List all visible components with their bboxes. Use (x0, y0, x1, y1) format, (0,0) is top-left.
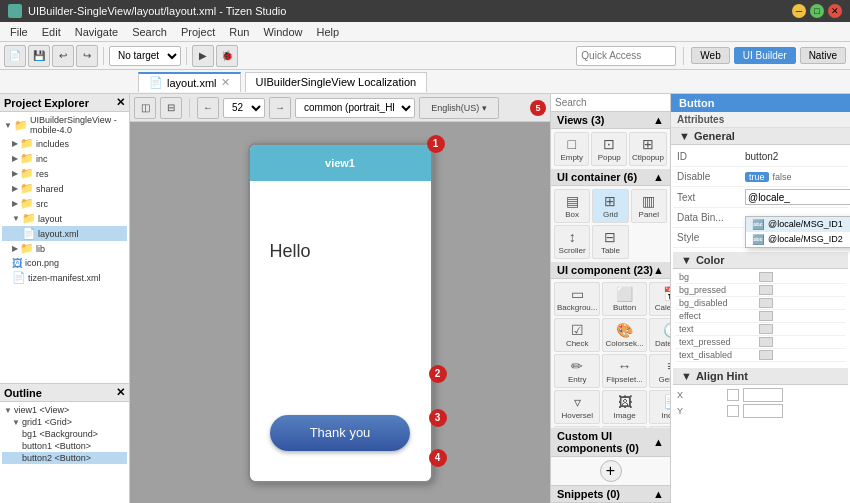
comp-popup[interactable]: ⊡ Popup (591, 132, 626, 166)
align-y-check[interactable] (727, 405, 739, 417)
comp-scroller[interactable]: ↕ Scroller (554, 225, 590, 259)
ui-builder-tab[interactable]: UI Builder (734, 47, 796, 64)
canvas-viewport[interactable]: view1 Hello Thank you 1 2 3 4 (130, 122, 550, 503)
comp-panel[interactable]: ▥ Panel (631, 189, 667, 223)
comp-flipsel[interactable]: ↔ Flipselet... (602, 354, 646, 388)
web-tab[interactable]: Web (691, 47, 729, 64)
close-button[interactable]: ✕ (828, 4, 842, 18)
outline-button2[interactable]: button2 <Button> (2, 452, 127, 464)
comp-genlist[interactable]: ≡ Genlist (649, 354, 670, 388)
comp-image[interactable]: 🖼 Image (602, 390, 646, 424)
tree-item-inc[interactable]: ▶ 📁 inc (2, 151, 127, 166)
native-tab[interactable]: Native (800, 47, 846, 64)
ui-components-section-header[interactable]: UI component (23) ▲ (551, 262, 670, 279)
snippets-section-header[interactable]: Snippets (0) ▲ (551, 486, 670, 503)
align-x-input[interactable] (743, 388, 783, 402)
general-section-header[interactable]: ▼ General (671, 128, 850, 145)
thank-you-button[interactable]: Thank you (270, 415, 410, 451)
target-dropdown[interactable]: No target (109, 46, 181, 66)
comp-ctlpopup[interactable]: ⊞ Ctlpopup (629, 132, 667, 166)
redo-button[interactable]: ↪ (76, 45, 98, 67)
comp-hoversel[interactable]: ▿ Hoversel (554, 390, 600, 424)
minimize-button[interactable]: ─ (792, 4, 806, 18)
quick-access-field[interactable] (576, 46, 676, 66)
new-button[interactable]: 📄 (4, 45, 26, 67)
databin-option-2[interactable]: 🔤 @locale/MSG_ID2 (746, 232, 850, 247)
debug-button[interactable]: 🐞 (216, 45, 238, 67)
undo-button[interactable]: ↩ (52, 45, 74, 67)
tree-item-res[interactable]: ▶ 📁 res (2, 166, 127, 181)
canvas-orientation[interactable]: common (portrait_HD) (295, 98, 415, 118)
comp-background[interactable]: ▭ Backgrou... (554, 282, 600, 316)
databin-option-1[interactable]: 🔤 @locale/MSG_ID1 (746, 217, 850, 232)
layout-xml-tab[interactable]: 📄 layout.xml ✕ (138, 72, 241, 92)
explorer-close[interactable]: ✕ (116, 96, 125, 109)
comp-check[interactable]: ☑ Check (554, 318, 600, 352)
menu-run[interactable]: Run (223, 24, 255, 40)
comp-calendar[interactable]: 📅 Calendar (649, 282, 670, 316)
bg-color-swatch[interactable] (759, 272, 773, 282)
tree-item-manifest[interactable]: 📄 tizen-manifest.xml (2, 270, 127, 285)
outline-close[interactable]: ✕ (116, 386, 125, 399)
color-section-header[interactable]: ▼ Color (673, 252, 848, 269)
disable-true-badge[interactable]: true (745, 172, 769, 182)
align-section-header[interactable]: ▼ Align Hint (673, 368, 848, 385)
menu-project[interactable]: Project (175, 24, 221, 40)
text-swatch[interactable] (759, 324, 773, 334)
databin-dropdown[interactable]: 🔤 @locale/MSG_ID1 🔤 @locale/MSG_ID2 (745, 216, 850, 248)
outline-view1[interactable]: ▼ view1 <View> (2, 404, 127, 416)
bg-disabled-swatch[interactable] (759, 298, 773, 308)
comp-button[interactable]: ⬜ Button (602, 282, 646, 316)
text-disabled-swatch[interactable] (759, 350, 773, 360)
menu-edit[interactable]: Edit (36, 24, 67, 40)
layout-tab-close[interactable]: ✕ (221, 76, 230, 89)
component-search-bar[interactable]: 🔍 (551, 94, 670, 112)
menu-window[interactable]: Window (257, 24, 308, 40)
run-button[interactable]: ▶ (192, 45, 214, 67)
tree-item-lib[interactable]: ▶ 📁 lib (2, 241, 127, 256)
canvas-lang-btn[interactable]: English(US) ▾ (419, 97, 499, 119)
effect-swatch[interactable] (759, 311, 773, 321)
tree-item-layout[interactable]: ▼ 📁 layout (2, 211, 127, 226)
comp-grid[interactable]: ⊞ Grid (592, 189, 628, 223)
maximize-button[interactable]: □ (810, 4, 824, 18)
tree-item-includes[interactable]: ▶ 📁 includes (2, 136, 127, 151)
localization-tab[interactable]: UIBuilderSingleView Localization (245, 72, 428, 92)
comp-entry[interactable]: ✏ Entry (554, 354, 600, 388)
canvas-btn2[interactable]: ⊟ (160, 97, 182, 119)
align-y-input[interactable] (743, 404, 783, 418)
outline-grid1[interactable]: ▼ grid1 <Grid> (2, 416, 127, 428)
comp-colorsel[interactable]: 🎨 Colorsek... (602, 318, 646, 352)
add-custom-component-button[interactable]: + (600, 460, 622, 482)
comp-box[interactable]: ▤ Box (554, 189, 590, 223)
canvas-zoom[interactable]: 52 (223, 98, 265, 118)
phone-body[interactable]: Hello Thank you (250, 181, 431, 481)
tree-item-src[interactable]: ▶ 📁 src (2, 196, 127, 211)
outline-bg1[interactable]: bg1 <Background> (2, 428, 127, 440)
project-tree[interactable]: ▼ 📁 UIBuilderSingleView - mobile-4.0 ▶ 📁… (0, 112, 129, 383)
comp-index[interactable]: 📑 Index (649, 390, 670, 424)
custom-components-section-header[interactable]: Custom UI components (0) ▲ (551, 428, 670, 457)
text-input[interactable] (745, 189, 850, 205)
comp-table[interactable]: ⊟ Table (592, 225, 628, 259)
menu-search[interactable]: Search (126, 24, 173, 40)
menu-help[interactable]: Help (311, 24, 346, 40)
canvas-btn1[interactable]: ◫ (134, 97, 156, 119)
tree-item-shared[interactable]: ▶ 📁 shared (2, 181, 127, 196)
comp-datetime[interactable]: 🕐 Datetime (649, 318, 670, 352)
comp-empty[interactable]: □ Empty (554, 132, 589, 166)
tree-item-project[interactable]: ▼ 📁 UIBuilderSingleView - mobile-4.0 (2, 114, 127, 136)
menu-file[interactable]: File (4, 24, 34, 40)
outline-tree[interactable]: ▼ view1 <View> ▼ grid1 <Grid> bg1 <Backg… (0, 402, 129, 466)
tree-item-icon[interactable]: 🖼 icon.png (2, 256, 127, 270)
ui-container-section-header[interactable]: UI container (6) ▲ (551, 169, 670, 186)
views-section-header[interactable]: Views (3) ▲ (551, 112, 670, 129)
component-search-input[interactable] (555, 97, 682, 108)
tree-item-layoutxml[interactable]: 📄 layout.xml (2, 226, 127, 241)
save-button[interactable]: 💾 (28, 45, 50, 67)
menu-navigate[interactable]: Navigate (69, 24, 124, 40)
text-pressed-swatch[interactable] (759, 337, 773, 347)
ui-components-scroll[interactable]: ▭ Backgrou... ⬜ Button 📅 Calendar ☑ Chec… (551, 279, 670, 428)
bg-pressed-swatch[interactable] (759, 285, 773, 295)
canvas-btn4[interactable]: → (269, 97, 291, 119)
